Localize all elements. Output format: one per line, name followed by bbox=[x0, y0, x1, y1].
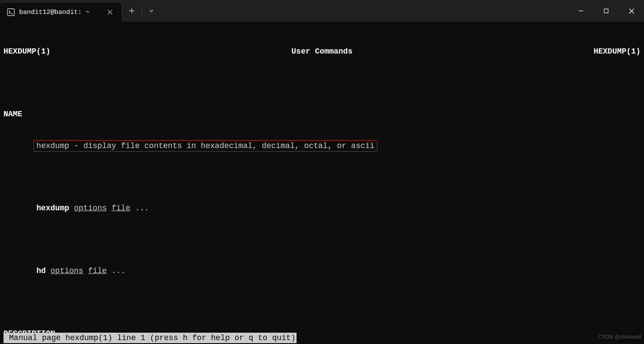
synopsis-file: file bbox=[111, 204, 130, 212]
watermark: CSDN @zh4men9 bbox=[598, 332, 641, 342]
synopsis-tail: ... bbox=[107, 266, 126, 275]
svg-rect-0 bbox=[7, 9, 14, 16]
svg-rect-3 bbox=[604, 9, 608, 13]
close-window-button[interactable] bbox=[619, 0, 644, 22]
new-tab-button[interactable] bbox=[122, 0, 141, 22]
maximize-button[interactable] bbox=[594, 0, 619, 22]
synopsis-cmd: hd bbox=[37, 266, 50, 275]
name-line-box: hexdump - display file contents in hexad… bbox=[33, 140, 378, 152]
man-header-center: User Commands bbox=[291, 46, 352, 57]
titlebar: bandit12@bandit: ~ bbox=[0, 0, 644, 22]
minimize-button[interactable] bbox=[568, 0, 594, 22]
man-header-right: HEXDUMP(1) bbox=[594, 46, 641, 57]
synopsis-tail: ... bbox=[130, 204, 149, 212]
man-status-bar: Manual page hexdump(1) line 1 (press h f… bbox=[3, 333, 297, 343]
tab-close-button[interactable] bbox=[104, 7, 116, 18]
terminal-viewport[interactable]: HEXDUMP(1) User Commands HEXDUMP(1) NAME… bbox=[0, 22, 644, 344]
section-name: NAME bbox=[3, 110, 22, 118]
window-controls bbox=[568, 0, 644, 22]
man-header: HEXDUMP(1) User Commands HEXDUMP(1) bbox=[3, 46, 641, 57]
man-header-left: HEXDUMP(1) bbox=[3, 46, 50, 57]
tab-title: bandit12@bandit: ~ bbox=[19, 9, 90, 16]
synopsis-cmd: hexdump bbox=[37, 204, 74, 212]
tab-dropdown-button[interactable] bbox=[142, 0, 161, 22]
synopsis-file: file bbox=[88, 266, 107, 275]
terminal-tab[interactable]: bandit12@bandit: ~ bbox=[0, 3, 122, 22]
synopsis-options: options bbox=[74, 204, 107, 212]
synopsis-options: options bbox=[50, 266, 83, 275]
terminal-icon bbox=[7, 8, 15, 16]
